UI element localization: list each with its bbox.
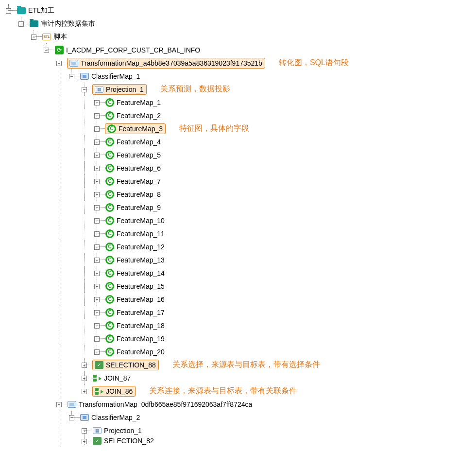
expand-toggle[interactable]: + <box>94 100 100 105</box>
expand-toggle[interactable]: + <box>94 323 100 329</box>
tree-node-feature[interactable]: +CFeatureMap_1 <box>4 96 472 109</box>
tree-node-feature[interactable]: +CFeatureMap_17 <box>4 306 472 319</box>
selection-icon: ✓ <box>94 360 104 370</box>
feature-map-icon: C <box>107 124 117 134</box>
tree-node-proj1[interactable]: − ▦ Projection_1 关系预测，数据投影 <box>4 83 472 96</box>
tree-node-tmap1[interactable]: − TransformationMap_a4bb8e37039a5a836319… <box>4 56 472 70</box>
folder-icon <box>17 6 26 16</box>
tree-node-root[interactable]: − ETL加工 <box>4 4 472 17</box>
annotation: 特征图，具体的字段 <box>179 123 249 134</box>
refresh-icon: ⟳ <box>54 45 64 55</box>
feature-map-icon: C <box>105 98 115 107</box>
tree-node-mart[interactable]: − 审计内控数据集市 <box>4 17 472 30</box>
feature-map-icon: C <box>105 216 115 226</box>
node-label: SELECTION_82 <box>103 437 155 445</box>
expand-toggle[interactable]: + <box>82 363 87 368</box>
expand-toggle[interactable]: + <box>94 192 100 197</box>
feature-map-icon: C <box>105 268 115 278</box>
expand-toggle[interactable]: + <box>94 244 100 250</box>
expand-toggle[interactable]: + <box>82 439 87 444</box>
expand-toggle[interactable]: + <box>94 205 100 210</box>
tree-node-feature[interactable]: +CFeatureMap_6 <box>4 161 472 174</box>
tree-node-cmap1[interactable]: − ClassifierMap_1 <box>4 70 472 83</box>
expand-toggle[interactable]: − <box>6 8 11 14</box>
expand-toggle[interactable]: + <box>82 428 87 434</box>
tree-node-feature[interactable]: +CFeatureMap_14 <box>4 266 472 279</box>
expand-toggle[interactable]: + <box>94 258 100 263</box>
transformation-map-icon <box>69 58 79 68</box>
feature-map-icon: C <box>105 111 115 121</box>
tree-node-script[interactable]: − ETL 脚本 <box>4 30 472 43</box>
expand-toggle[interactable]: + <box>94 297 100 302</box>
node-label: FeatureMap_4 <box>116 138 162 146</box>
feature-map-icon: C <box>105 308 115 317</box>
feature-map-icon: C <box>105 150 115 160</box>
tree-node-feature[interactable]: +CFeatureMap_20 <box>4 345 472 358</box>
expand-toggle[interactable]: + <box>94 284 100 289</box>
node-label: FeatureMap_5 <box>116 151 162 159</box>
expand-toggle[interactable]: + <box>82 389 87 394</box>
tree-node-feature[interactable]: +CFeatureMap_9 <box>4 201 472 214</box>
expand-toggle[interactable]: + <box>94 271 100 276</box>
node-label: FeatureMap_10 <box>116 217 166 225</box>
expand-toggle[interactable]: + <box>82 376 87 381</box>
tree-node-feature[interactable]: +CFeatureMap_13 <box>4 253 472 266</box>
expand-toggle[interactable]: + <box>94 126 100 132</box>
tree-node-proj2[interactable]: + ▦ Projection_1 <box>4 424 472 437</box>
tree-node-feature[interactable]: +CFeatureMap_3特征图，具体的字段 <box>4 122 472 135</box>
node-label: 脚本 <box>52 33 68 41</box>
tree-node-cmap2[interactable]: − ClassifierMap_2 <box>4 411 472 424</box>
tree-node-feature[interactable]: +CFeatureMap_12 <box>4 240 472 253</box>
feature-map-icon: C <box>105 281 115 291</box>
expand-toggle[interactable]: + <box>94 153 100 158</box>
join-icon <box>92 373 102 383</box>
tree-node-feature[interactable]: +CFeatureMap_18 <box>4 319 472 332</box>
tree-node-tmap2[interactable]: − TransformationMap_0dfb665ae85f97169206… <box>4 398 472 411</box>
expand-toggle[interactable]: − <box>82 87 87 92</box>
expand-toggle[interactable]: + <box>94 139 100 145</box>
tree-node-feature[interactable]: +CFeatureMap_5 <box>4 148 472 161</box>
feature-map-icon: C <box>105 255 115 265</box>
node-label: 审计内控数据集市 <box>40 19 96 28</box>
feature-map-icon: C <box>105 295 115 304</box>
node-label: FeatureMap_15 <box>116 282 166 290</box>
feature-map-icon: C <box>105 163 115 173</box>
classifier-map-icon <box>80 71 89 81</box>
node-label: FeatureMap_20 <box>116 348 166 356</box>
expand-toggle[interactable]: + <box>94 310 100 315</box>
node-label: TransformationMap_a4bb8e37039a5a83631902… <box>80 59 263 67</box>
tree-node-feature[interactable]: +CFeatureMap_4 <box>4 135 472 148</box>
expand-toggle[interactable]: + <box>94 166 100 171</box>
expand-toggle[interactable]: − <box>56 61 62 66</box>
expand-toggle[interactable]: − <box>18 21 24 27</box>
expand-toggle[interactable]: + <box>94 113 100 119</box>
expand-toggle[interactable]: + <box>94 336 100 342</box>
node-label: FeatureMap_12 <box>116 243 166 251</box>
expand-toggle[interactable]: − <box>69 74 74 79</box>
expand-toggle[interactable]: + <box>94 179 100 184</box>
tree-node-feature[interactable]: +CFeatureMap_8 <box>4 188 472 201</box>
node-label: FeatureMap_2 <box>116 112 162 120</box>
expand-toggle[interactable]: − <box>56 402 62 407</box>
tree-node-feature[interactable]: +CFeatureMap_10 <box>4 214 472 227</box>
tree-node-job[interactable]: − ⟳ I_ACDM_PF_CORP_CUST_CR_BAL_INFO <box>4 43 472 56</box>
expand-toggle[interactable]: − <box>69 415 74 420</box>
tree-node-feature[interactable]: +CFeatureMap_11 <box>4 227 472 240</box>
tree-node-feature[interactable]: +CFeatureMap_19 <box>4 332 472 345</box>
tree-node-join-87[interactable]: + JOIN_87 <box>4 371 472 384</box>
tree-node-feature[interactable]: +CFeatureMap_16 <box>4 293 472 306</box>
tree-node-feature[interactable]: +CFeatureMap_15 <box>4 279 472 293</box>
tree-node-feature[interactable]: +CFeatureMap_2 <box>4 109 472 122</box>
node-label: JOIN_86 <box>105 387 134 395</box>
expand-toggle[interactable]: + <box>94 218 100 224</box>
expand-toggle[interactable]: − <box>31 35 36 40</box>
annotation: 关系连接，来源表与目标表，带有关联条件 <box>149 386 297 396</box>
expand-toggle[interactable]: + <box>94 231 100 237</box>
tree-node-selection-88[interactable]: + ✓ SELECTION_88 关系选择，来源表与目标表，带有选择条件 <box>4 358 472 371</box>
expand-toggle[interactable]: − <box>44 48 49 53</box>
tree-node-join-86[interactable]: + JOIN_86 关系连接，来源表与目标表，带有关联条件 <box>4 384 472 398</box>
tree-node-selection-82[interactable]: + ✓ SELECTION_82 <box>4 437 472 445</box>
node-label: FeatureMap_6 <box>116 164 162 172</box>
tree-node-feature[interactable]: +CFeatureMap_7 <box>4 174 472 188</box>
expand-toggle[interactable]: + <box>94 349 100 355</box>
